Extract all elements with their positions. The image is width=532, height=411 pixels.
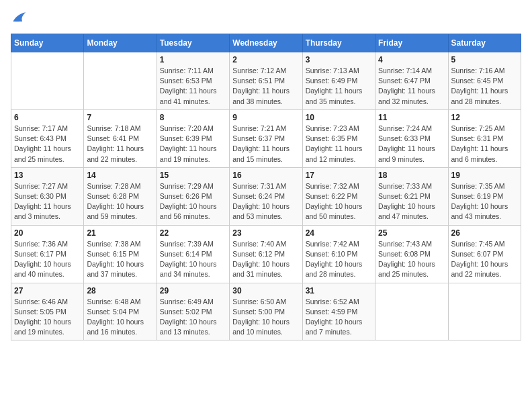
day-number: 5: [451, 55, 518, 64]
day-detail: Sunrise: 7:23 AMSunset: 6:35 PMDaylight:…: [306, 124, 372, 165]
day-detail: Sunrise: 7:24 AMSunset: 6:33 PMDaylight:…: [378, 124, 445, 165]
day-number: 11: [378, 113, 445, 122]
day-detail: Sunrise: 7:43 AMSunset: 6:08 PMDaylight:…: [378, 239, 445, 280]
day-detail: Sunrise: 7:21 AMSunset: 6:37 PMDaylight:…: [232, 124, 299, 165]
weekday-header-friday: Friday: [375, 34, 448, 52]
day-number: 29: [160, 286, 226, 295]
day-number: 30: [232, 286, 299, 295]
day-detail: Sunrise: 7:16 AMSunset: 6:45 PMDaylight:…: [451, 66, 518, 107]
day-detail: Sunrise: 7:38 AMSunset: 6:15 PMDaylight:…: [87, 239, 153, 280]
calendar-cell: 30Sunrise: 6:50 AMSunset: 5:00 PMDayligh…: [230, 283, 302, 340]
page-header: [11, 11, 521, 27]
calendar-cell: 29Sunrise: 6:49 AMSunset: 5:02 PMDayligh…: [157, 283, 229, 340]
calendar-cell: 8Sunrise: 7:20 AMSunset: 6:39 PMDaylight…: [157, 109, 229, 167]
weekday-header-sunday: Sunday: [11, 34, 84, 52]
day-number: 22: [160, 228, 226, 238]
day-number: 26: [451, 228, 518, 238]
calendar-week-row: 6Sunrise: 7:17 AMSunset: 6:43 PMDaylight…: [11, 109, 521, 167]
day-number: 15: [160, 171, 226, 180]
day-number: 18: [378, 171, 445, 180]
day-number: 17: [306, 171, 372, 180]
day-number: 3: [306, 55, 372, 64]
calendar-cell: 9Sunrise: 7:21 AMSunset: 6:37 PMDaylight…: [230, 109, 302, 167]
day-detail: Sunrise: 7:14 AMSunset: 6:47 PMDaylight:…: [378, 66, 445, 107]
weekday-header-monday: Monday: [84, 34, 157, 52]
day-number: 14: [87, 171, 153, 180]
calendar-cell: 20Sunrise: 7:36 AMSunset: 6:17 PMDayligh…: [11, 225, 84, 283]
day-number: 27: [14, 286, 81, 295]
calendar-cell: 26Sunrise: 7:45 AMSunset: 6:07 PMDayligh…: [448, 225, 521, 283]
calendar-cell: 7Sunrise: 7:18 AMSunset: 6:41 PMDaylight…: [84, 109, 157, 167]
calendar-cell: 6Sunrise: 7:17 AMSunset: 6:43 PMDaylight…: [11, 109, 84, 167]
calendar-week-row: 20Sunrise: 7:36 AMSunset: 6:17 PMDayligh…: [11, 225, 521, 283]
calendar-cell: [375, 283, 448, 340]
logo: [11, 11, 30, 27]
day-detail: Sunrise: 7:17 AMSunset: 6:43 PMDaylight:…: [14, 124, 81, 165]
day-number: 10: [306, 113, 372, 122]
day-number: 4: [378, 55, 445, 64]
day-detail: Sunrise: 7:27 AMSunset: 6:30 PMDaylight:…: [14, 181, 81, 222]
day-number: 21: [87, 228, 153, 238]
day-number: 28: [87, 286, 153, 295]
day-detail: Sunrise: 7:39 AMSunset: 6:14 PMDaylight:…: [160, 239, 226, 280]
day-number: 23: [232, 228, 299, 238]
day-number: 19: [451, 171, 518, 180]
day-number: 13: [14, 171, 81, 180]
day-detail: Sunrise: 7:20 AMSunset: 6:39 PMDaylight:…: [160, 124, 226, 165]
day-detail: Sunrise: 6:49 AMSunset: 5:02 PMDaylight:…: [160, 297, 226, 338]
calendar-cell: 25Sunrise: 7:43 AMSunset: 6:08 PMDayligh…: [375, 225, 448, 283]
calendar-week-row: 13Sunrise: 7:27 AMSunset: 6:30 PMDayligh…: [11, 167, 521, 225]
calendar-cell: 27Sunrise: 6:46 AMSunset: 5:05 PMDayligh…: [11, 283, 84, 340]
calendar-cell: 31Sunrise: 6:52 AMSunset: 4:59 PMDayligh…: [302, 283, 375, 340]
calendar-cell: 16Sunrise: 7:31 AMSunset: 6:24 PMDayligh…: [230, 167, 302, 225]
calendar-week-row: 27Sunrise: 6:46 AMSunset: 5:05 PMDayligh…: [11, 283, 521, 340]
weekday-header-tuesday: Tuesday: [157, 34, 229, 52]
calendar-cell: 24Sunrise: 7:42 AMSunset: 6:10 PMDayligh…: [302, 225, 375, 283]
day-number: 20: [14, 228, 81, 238]
weekday-header-row: SundayMondayTuesdayWednesdayThursdayFrid…: [11, 34, 521, 52]
day-number: 8: [160, 113, 226, 122]
weekday-header-thursday: Thursday: [302, 34, 375, 52]
day-number: 7: [87, 113, 153, 122]
calendar-week-row: 1Sunrise: 7:11 AMSunset: 6:53 PMDaylight…: [11, 52, 521, 110]
day-detail: Sunrise: 7:42 AMSunset: 6:10 PMDaylight:…: [306, 239, 372, 280]
weekday-header-saturday: Saturday: [448, 34, 521, 52]
calendar-cell: [448, 283, 521, 340]
day-number: 31: [306, 286, 372, 295]
calendar-cell: 12Sunrise: 7:25 AMSunset: 6:31 PMDayligh…: [448, 109, 521, 167]
day-number: 24: [306, 228, 372, 238]
day-detail: Sunrise: 7:25 AMSunset: 6:31 PMDaylight:…: [451, 124, 518, 165]
calendar-cell: 13Sunrise: 7:27 AMSunset: 6:30 PMDayligh…: [11, 167, 84, 225]
day-number: 9: [232, 113, 299, 122]
calendar-cell: 28Sunrise: 6:48 AMSunset: 5:04 PMDayligh…: [84, 283, 157, 340]
calendar-cell: 22Sunrise: 7:39 AMSunset: 6:14 PMDayligh…: [157, 225, 229, 283]
calendar-cell: 21Sunrise: 7:38 AMSunset: 6:15 PMDayligh…: [84, 225, 157, 283]
day-detail: Sunrise: 7:31 AMSunset: 6:24 PMDaylight:…: [232, 181, 299, 222]
calendar-cell: 5Sunrise: 7:16 AMSunset: 6:45 PMDaylight…: [448, 52, 521, 110]
day-detail: Sunrise: 7:33 AMSunset: 6:21 PMDaylight:…: [378, 181, 445, 222]
calendar-cell: 23Sunrise: 7:40 AMSunset: 6:12 PMDayligh…: [230, 225, 302, 283]
day-detail: Sunrise: 6:46 AMSunset: 5:05 PMDaylight:…: [14, 297, 81, 338]
calendar-cell: 1Sunrise: 7:11 AMSunset: 6:53 PMDaylight…: [157, 52, 229, 110]
calendar-cell: [11, 52, 84, 110]
day-detail: Sunrise: 7:29 AMSunset: 6:26 PMDaylight:…: [160, 181, 226, 222]
calendar-cell: 19Sunrise: 7:35 AMSunset: 6:19 PMDayligh…: [448, 167, 521, 225]
day-detail: Sunrise: 7:12 AMSunset: 6:51 PMDaylight:…: [232, 66, 299, 107]
day-detail: Sunrise: 7:35 AMSunset: 6:19 PMDaylight:…: [451, 181, 518, 222]
day-number: 1: [160, 55, 226, 64]
day-number: 6: [14, 113, 81, 122]
day-detail: Sunrise: 7:18 AMSunset: 6:41 PMDaylight:…: [87, 124, 153, 165]
day-number: 2: [232, 55, 299, 64]
day-detail: Sunrise: 7:36 AMSunset: 6:17 PMDaylight:…: [14, 239, 81, 280]
calendar-cell: 4Sunrise: 7:14 AMSunset: 6:47 PMDaylight…: [375, 52, 448, 110]
day-detail: Sunrise: 7:28 AMSunset: 6:28 PMDaylight:…: [87, 181, 153, 222]
day-detail: Sunrise: 7:32 AMSunset: 6:22 PMDaylight:…: [306, 181, 372, 222]
day-detail: Sunrise: 7:11 AMSunset: 6:53 PMDaylight:…: [160, 66, 226, 107]
calendar-table: SundayMondayTuesdayWednesdayThursdayFrid…: [11, 34, 521, 340]
calendar-cell: 15Sunrise: 7:29 AMSunset: 6:26 PMDayligh…: [157, 167, 229, 225]
calendar-cell: [84, 52, 157, 110]
day-number: 25: [378, 228, 445, 238]
day-detail: Sunrise: 7:45 AMSunset: 6:07 PMDaylight:…: [451, 239, 518, 280]
weekday-header-wednesday: Wednesday: [230, 34, 302, 52]
calendar-cell: 2Sunrise: 7:12 AMSunset: 6:51 PMDaylight…: [230, 52, 302, 110]
